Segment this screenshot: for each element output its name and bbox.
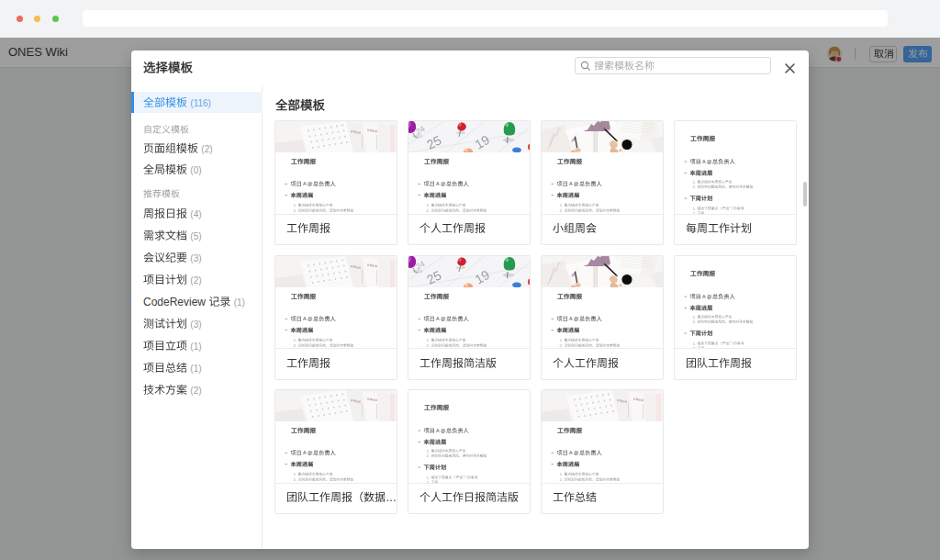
svg-text:(3): (3) bbox=[190, 252, 201, 263]
svg-text:(116): (116) bbox=[190, 97, 211, 107]
svg-text:(1): (1) bbox=[190, 342, 201, 352]
svg-text:(1): (1) bbox=[234, 297, 245, 307]
svg-text:(3): (3) bbox=[190, 319, 201, 329]
svg-text:(2): (2) bbox=[190, 274, 201, 285]
svg-text:CodeReview: CodeReview bbox=[143, 295, 208, 308]
svg-text:(0): (0) bbox=[190, 164, 201, 174]
svg-text:(2): (2) bbox=[190, 386, 201, 396]
svg-text:(2): (2) bbox=[201, 144, 212, 154]
svg-text:(1): (1) bbox=[190, 364, 201, 374]
svg-text:…: … bbox=[386, 491, 397, 504]
svg-text:(5): (5) bbox=[190, 230, 201, 241]
svg-text:(4): (4) bbox=[190, 208, 201, 218]
